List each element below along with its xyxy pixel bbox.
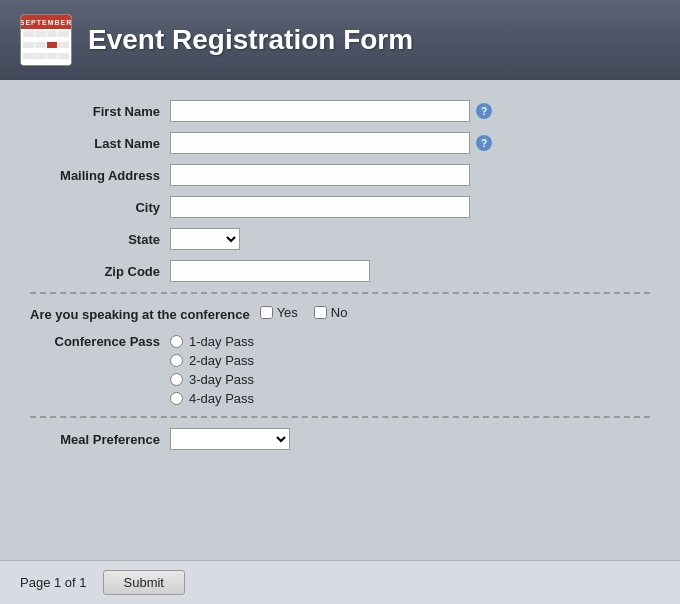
page-title: Event Registration Form [88, 24, 413, 56]
page-info: Page 1 of 1 [20, 575, 87, 590]
state-label: State [30, 232, 170, 247]
pass-3day-radio[interactable] [170, 373, 183, 386]
first-name-help-icon[interactable]: ? [476, 103, 492, 119]
meal-preference-row: Meal Preference Vegetarian Vegan Standar… [0, 428, 680, 450]
header: SEPTEMBER Event Registration Form [0, 0, 680, 80]
speaking-yes-label[interactable]: Yes [277, 305, 298, 320]
pass-4day-radio[interactable] [170, 392, 183, 405]
speaking-no-checkbox[interactable] [314, 306, 327, 319]
divider-1 [30, 292, 650, 294]
calendar-month: SEPTEMBER [21, 15, 71, 29]
last-name-row: Last Name ? [0, 132, 680, 154]
city-row: City [0, 196, 680, 218]
submit-button[interactable]: Submit [103, 570, 185, 595]
pass-1day-label[interactable]: 1-day Pass [189, 334, 254, 349]
speaking-checkbox-group: Yes No [260, 304, 348, 320]
mailing-address-label: Mailing Address [30, 168, 170, 183]
speaking-row: Are you speaking at the conference Yes N… [0, 304, 680, 324]
first-name-label: First Name [30, 104, 170, 119]
city-input[interactable] [170, 196, 470, 218]
first-name-row: First Name ? [0, 100, 680, 122]
state-row: State AL AK AZ CA CO CT FL GA NY TX [0, 228, 680, 250]
speaking-label: Are you speaking at the conference [30, 304, 260, 324]
pass-3day-item: 3-day Pass [170, 372, 254, 387]
pass-4day-item: 4-day Pass [170, 391, 254, 406]
zip-code-input[interactable] [170, 260, 370, 282]
speaking-no-item: No [314, 305, 348, 320]
footer: Page 1 of 1 Submit [0, 560, 680, 604]
divider-2 [30, 416, 650, 418]
speaking-yes-item: Yes [260, 305, 298, 320]
last-name-field-group: ? [170, 132, 492, 154]
first-name-field-group: ? [170, 100, 492, 122]
pass-2day-radio[interactable] [170, 354, 183, 367]
pass-2day-label[interactable]: 2-day Pass [189, 353, 254, 368]
conference-pass-radio-group: 1-day Pass 2-day Pass 3-day Pass 4-day P… [170, 334, 254, 406]
conference-pass-row: Conference Pass 1-day Pass 2-day Pass 3-… [0, 334, 680, 406]
city-label: City [30, 200, 170, 215]
zip-code-row: Zip Code [0, 260, 680, 282]
form-area: First Name ? Last Name ? Mailing Address… [0, 80, 680, 560]
zip-code-label: Zip Code [30, 264, 170, 279]
conference-pass-label: Conference Pass [30, 334, 170, 349]
state-select[interactable]: AL AK AZ CA CO CT FL GA NY TX [170, 228, 240, 250]
meal-preference-select[interactable]: Vegetarian Vegan Standard Kosher Halal [170, 428, 290, 450]
pass-1day-item: 1-day Pass [170, 334, 254, 349]
pass-2day-item: 2-day Pass [170, 353, 254, 368]
pass-1day-radio[interactable] [170, 335, 183, 348]
pass-3day-label[interactable]: 3-day Pass [189, 372, 254, 387]
mailing-address-row: Mailing Address [0, 164, 680, 186]
first-name-input[interactable] [170, 100, 470, 122]
last-name-input[interactable] [170, 132, 470, 154]
calendar-icon: SEPTEMBER [20, 14, 72, 66]
meal-preference-label: Meal Preference [30, 432, 170, 447]
mailing-address-input[interactable] [170, 164, 470, 186]
speaking-no-label[interactable]: No [331, 305, 348, 320]
pass-4day-label[interactable]: 4-day Pass [189, 391, 254, 406]
last-name-help-icon[interactable]: ? [476, 135, 492, 151]
last-name-label: Last Name [30, 136, 170, 151]
speaking-yes-checkbox[interactable] [260, 306, 273, 319]
